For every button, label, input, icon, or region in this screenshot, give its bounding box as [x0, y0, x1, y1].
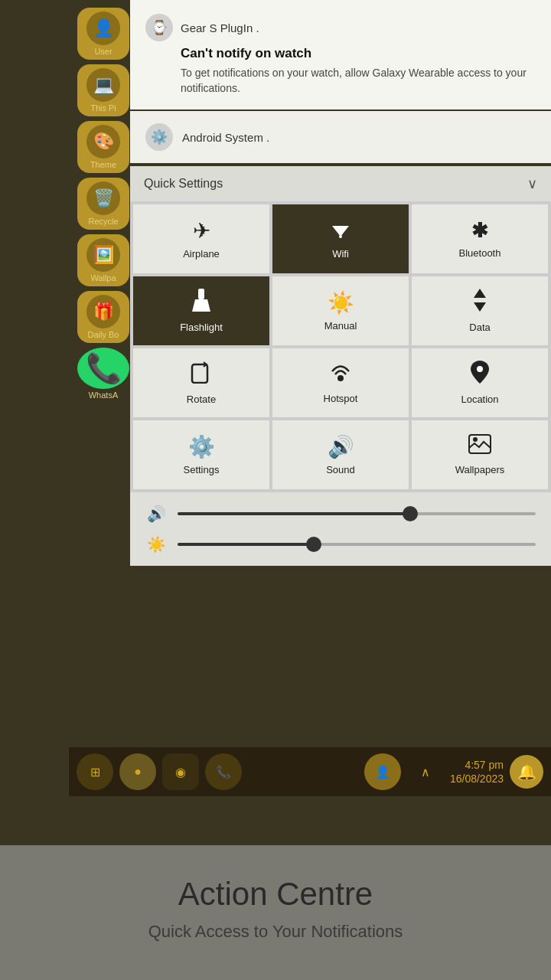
- flashlight-icon: [191, 289, 212, 317]
- qs-label-manual: Manual: [324, 320, 357, 332]
- sidebar: 👤 User 💻 This Pi 🎨 Theme 🗑️ Recycle 🖼️ W…: [69, 0, 138, 403]
- sidebar-label-whatsapp: WhatsA: [89, 390, 119, 400]
- qs-tile-data[interactable]: Data: [412, 276, 548, 345]
- notif-gear-header: ⌚ Gear S PlugIn .: [145, 14, 536, 41]
- sliders-section: 🔊 ☀️: [130, 492, 551, 566]
- app-drawer-icon[interactable]: ⊞: [77, 753, 113, 790]
- home-icon[interactable]: ●: [119, 753, 156, 790]
- qs-label-location: Location: [461, 394, 498, 405]
- sun-icon: ☀️: [328, 290, 354, 315]
- volume-thumb: [403, 506, 418, 521]
- airplane-icon: ✈: [193, 218, 210, 243]
- camera-icon[interactable]: ◉: [162, 753, 199, 790]
- sidebar-label-user: User: [94, 47, 112, 56]
- volume-track[interactable]: [178, 512, 536, 515]
- phone-icon[interactable]: 📞: [205, 753, 242, 790]
- rotate-icon: [190, 361, 213, 389]
- hotspot-icon: [329, 361, 352, 388]
- date-display: 16/08/2023: [450, 772, 504, 786]
- quick-settings-panel: Quick Settings ∨ ✈ Airplane Wifi: [130, 166, 551, 566]
- user-icon: 👤: [86, 11, 120, 45]
- recycle-icon: 🗑️: [86, 181, 120, 215]
- wallpaper-icon: 🖼️: [86, 238, 120, 272]
- bottom-bar: ⊞ ● ◉ 📞 👤 ∧ 4:57 pm 16/08/2023 🔔: [69, 747, 551, 796]
- action-centre-subtitle: Quick Access to Your Notifications: [23, 922, 528, 942]
- qs-tile-airplane[interactable]: ✈ Airplane: [133, 204, 269, 273]
- quick-settings-header[interactable]: Quick Settings ∨: [130, 166, 551, 201]
- qs-tile-bluetooth[interactable]: ✱ Bluetooth: [412, 204, 548, 273]
- qs-label-sound: Sound: [326, 464, 355, 475]
- svg-rect-2: [198, 289, 204, 299]
- volume-fill: [178, 512, 410, 515]
- brightness-thumb: [306, 537, 321, 552]
- chevron-down-icon: ∨: [527, 175, 537, 192]
- svg-rect-1: [339, 235, 342, 238]
- sidebar-item-user[interactable]: 👤 User: [77, 8, 129, 60]
- qs-label-airplane: Airplane: [183, 248, 220, 260]
- sidebar-label-this-pc: This Pi: [90, 103, 116, 113]
- sound-icon: 🔊: [328, 434, 354, 459]
- sidebar-label-recycle: Recycle: [88, 217, 118, 226]
- notification-android-system: ⚙️ Android System .: [130, 111, 551, 163]
- svg-marker-5: [474, 302, 486, 312]
- sidebar-item-recycle[interactable]: 🗑️ Recycle: [77, 178, 129, 230]
- time-display: 4:57 pm: [450, 758, 504, 772]
- chevron-up-icon[interactable]: ∧: [407, 753, 444, 790]
- wifi-icon: [329, 219, 352, 243]
- qs-tile-flashlight[interactable]: Flashlight: [133, 276, 269, 345]
- location-icon: [470, 361, 490, 389]
- gear-s-icon: ⌚: [145, 14, 173, 41]
- brightness-track[interactable]: [178, 543, 536, 546]
- brightness-slider-row: ☀️: [145, 535, 536, 554]
- qs-tile-settings[interactable]: ⚙️ Settings: [133, 420, 269, 489]
- svg-marker-4: [474, 289, 486, 298]
- profile-icon[interactable]: 👤: [364, 753, 401, 790]
- sidebar-item-daily-bonus[interactable]: 🎁 Daily Bo: [77, 291, 129, 343]
- sidebar-label-wallpaper: Wallpa: [90, 273, 116, 283]
- qs-tile-wallpapers[interactable]: Wallpapers: [412, 420, 548, 489]
- qs-label-data: Data: [469, 322, 490, 333]
- themes-icon: 🎨: [86, 125, 120, 158]
- qs-label-settings: Settings: [184, 464, 220, 475]
- sidebar-item-whatsapp[interactable]: 📞 WhatsA: [77, 348, 129, 400]
- qs-tile-manual[interactable]: ☀️ Manual: [272, 276, 409, 345]
- notification-gear-s: ⌚ Gear S PlugIn . Can't notify on watch …: [130, 0, 551, 109]
- notification-panel: ⌚ Gear S PlugIn . Can't notify on watch …: [130, 0, 551, 566]
- brightness-icon: ☀️: [145, 535, 167, 554]
- quick-settings-label: Quick Settings: [144, 177, 223, 191]
- qs-tile-sound[interactable]: 🔊 Sound: [272, 420, 409, 489]
- gear-s-body: To get notifications on your watch, allo…: [181, 66, 536, 96]
- sidebar-label-daily-bonus: Daily Bo: [88, 330, 119, 339]
- svg-point-10: [473, 437, 478, 442]
- qs-tile-wifi[interactable]: Wifi: [272, 204, 409, 273]
- qs-label-bluetooth: Bluetooth: [459, 247, 501, 259]
- gear-s-app-name: Gear S PlugIn .: [181, 21, 259, 34]
- svg-rect-6: [192, 364, 207, 383]
- sidebar-label-themes: Theme: [90, 160, 116, 169]
- sidebar-item-themes[interactable]: 🎨 Theme: [77, 121, 129, 173]
- qs-label-flashlight: Flashlight: [180, 322, 223, 333]
- android-system-name: Android System .: [182, 131, 269, 144]
- svg-marker-0: [332, 226, 349, 237]
- qs-label-wifi: Wifi: [332, 248, 349, 260]
- data-icon: [469, 289, 491, 317]
- volume-icon: 🔊: [145, 505, 167, 523]
- sidebar-item-wallpaper[interactable]: 🖼️ Wallpa: [77, 234, 129, 286]
- sidebar-item-this-pc[interactable]: 💻 This Pi: [77, 64, 129, 116]
- qs-label-hotspot: Hotspot: [324, 393, 358, 404]
- settings-icon: ⚙️: [188, 434, 215, 459]
- qs-tile-hotspot[interactable]: Hotspot: [272, 348, 409, 417]
- svg-point-8: [477, 366, 483, 372]
- bottom-section: Action Centre Quick Access to Your Notif…: [0, 845, 551, 980]
- qs-tile-location[interactable]: Location: [412, 348, 548, 417]
- quick-settings-grid: ✈ Airplane Wifi ✱ Bluetooth: [130, 201, 551, 492]
- qs-label-wallpapers: Wallpapers: [455, 464, 505, 475]
- daily-bonus-icon: 🎁: [86, 295, 120, 328]
- svg-marker-3: [192, 299, 210, 312]
- volume-slider-row: 🔊: [145, 505, 536, 523]
- wallpapers-icon: [468, 434, 491, 459]
- qs-label-rotate: Rotate: [187, 394, 216, 405]
- svg-point-7: [337, 375, 344, 381]
- notification-bell-icon[interactable]: 🔔: [510, 755, 543, 789]
- qs-tile-rotate[interactable]: Rotate: [133, 348, 269, 417]
